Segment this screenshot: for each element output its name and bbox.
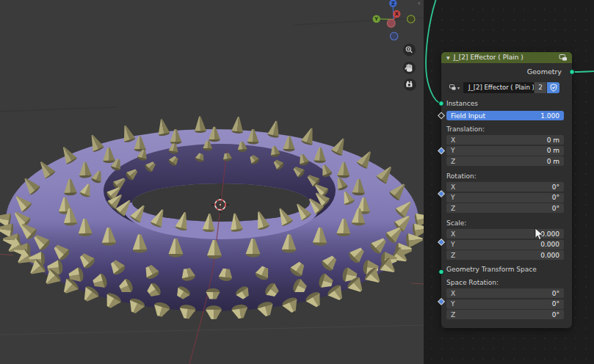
scale-y-field[interactable]: Y0.000 [446,240,564,250]
translation-y-field[interactable]: Y0 m [446,146,564,156]
node-header[interactable]: ▼ J_[2] Effector ( Plain ) [441,52,572,63]
region-collapse-icon[interactable]: ‹ [418,0,421,7]
3d-viewport[interactable]: Y X Z ‹ [0,0,424,364]
geometry-node-editor[interactable]: ▼ J_[2] Effector ( Plain ) Geometry ▾ J_… [424,0,594,364]
collapse-chevron-icon[interactable]: ▼ [446,52,450,63]
instances-input-label: Instances [446,99,572,108]
geometry-output-label: Geometry [527,67,562,76]
space-rotation-x-field[interactable]: X0° [446,288,564,298]
space-rotation-fields: X0° Y0° Z0° [446,288,564,319]
scale-fields: X0.000 Y0.000 Z0.000 [446,229,564,260]
svg-text:Z: Z [391,1,395,7]
space-rotation-z-field[interactable]: Z0° [446,310,564,319]
3d-scene: Y X Z [0,0,424,364]
svg-text:X: X [395,11,399,17]
transform-space-label: Geometry Transform Space [446,265,572,274]
space-rotation-section-label: Space Rotation: [446,279,564,286]
instances-icon [559,54,568,62]
object-data-icon [449,84,457,91]
zoom-button [403,44,416,57]
rotation-fields: X0° Y0° Z0° [446,182,564,213]
viewport-tools [403,44,416,92]
field-input-value: 1.000 [540,112,559,120]
datablock-name-field[interactable]: J_[2] Effector ( Plain ) [463,82,534,93]
field-input-slider[interactable]: Field Input 1.000 [446,111,564,120]
rotation-section-label: Rotation: [446,172,564,180]
scale-z-field[interactable]: Z0.000 [446,250,564,260]
translation-section-label: Translation: [446,125,564,133]
chevron-down-icon: ▾ [457,85,460,90]
translation-fields: X0 m Y0 m Z0 m [446,135,564,166]
shield-check-icon [550,84,557,92]
field-input-label: Field Input [451,112,485,120]
effector-node[interactable]: ▼ J_[2] Effector ( Plain ) Geometry ▾ J_… [441,52,572,328]
fake-user-toggle[interactable] [547,82,559,93]
user-count-button[interactable]: 2 [535,82,546,93]
datablock-selector[interactable]: ▾ J_[2] Effector ( Plain ) 2 [446,82,559,93]
wire-from-geometry [572,71,594,72]
rotation-z-field[interactable]: Z0° [446,203,564,213]
svg-text:Y: Y [374,16,378,22]
camera-view-button [404,79,416,91]
space-rotation-y-field[interactable]: Y0° [446,299,564,309]
datablock-browse-button[interactable]: ▾ [446,82,463,93]
translation-z-field[interactable]: Z0 m [446,156,564,166]
node-title: J_[2] Effector ( Plain ) [454,52,555,63]
pan-button [403,62,416,74]
axis-gizmo: Y X Z [373,0,415,40]
rotation-x-field[interactable]: X0° [446,182,564,192]
scale-section-label: Scale: [446,219,564,227]
scale-x-field[interactable]: X0.000 [446,229,564,239]
translation-x-field[interactable]: X0 m [446,135,564,145]
wire-to-instances [426,0,441,103]
rotation-y-field[interactable]: Y0° [446,193,564,203]
